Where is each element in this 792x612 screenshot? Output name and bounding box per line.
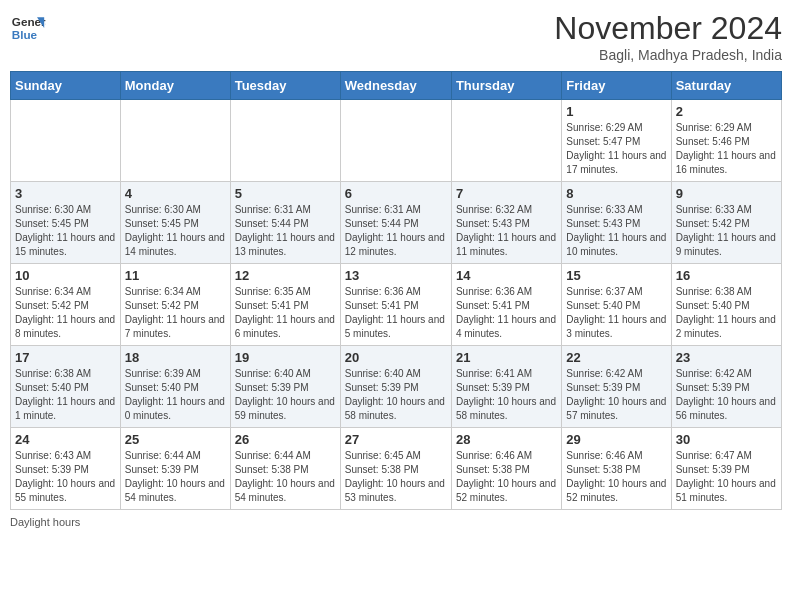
calendar-cell: 24Sunrise: 6:43 AM Sunset: 5:39 PM Dayli…	[11, 428, 121, 510]
calendar-cell: 3Sunrise: 6:30 AM Sunset: 5:45 PM Daylig…	[11, 182, 121, 264]
cell-day-number: 6	[345, 186, 447, 201]
calendar-cell: 9Sunrise: 6:33 AM Sunset: 5:42 PM Daylig…	[671, 182, 781, 264]
cell-day-number: 30	[676, 432, 777, 447]
cell-info: Sunrise: 6:38 AM Sunset: 5:40 PM Dayligh…	[676, 285, 777, 341]
calendar-cell: 6Sunrise: 6:31 AM Sunset: 5:44 PM Daylig…	[340, 182, 451, 264]
day-header-friday: Friday	[562, 72, 671, 100]
cell-info: Sunrise: 6:34 AM Sunset: 5:42 PM Dayligh…	[125, 285, 226, 341]
cell-day-number: 1	[566, 104, 666, 119]
title-area: November 2024 Bagli, Madhya Pradesh, Ind…	[554, 10, 782, 63]
cell-info: Sunrise: 6:42 AM Sunset: 5:39 PM Dayligh…	[566, 367, 666, 423]
calendar-cell: 5Sunrise: 6:31 AM Sunset: 5:44 PM Daylig…	[230, 182, 340, 264]
cell-info: Sunrise: 6:44 AM Sunset: 5:38 PM Dayligh…	[235, 449, 336, 505]
cell-day-number: 2	[676, 104, 777, 119]
cell-info: Sunrise: 6:40 AM Sunset: 5:39 PM Dayligh…	[235, 367, 336, 423]
cell-info: Sunrise: 6:29 AM Sunset: 5:47 PM Dayligh…	[566, 121, 666, 177]
cell-info: Sunrise: 6:30 AM Sunset: 5:45 PM Dayligh…	[15, 203, 116, 259]
calendar-cell: 11Sunrise: 6:34 AM Sunset: 5:42 PM Dayli…	[120, 264, 230, 346]
cell-info: Sunrise: 6:42 AM Sunset: 5:39 PM Dayligh…	[676, 367, 777, 423]
cell-day-number: 11	[125, 268, 226, 283]
cell-info: Sunrise: 6:39 AM Sunset: 5:40 PM Dayligh…	[125, 367, 226, 423]
day-header-saturday: Saturday	[671, 72, 781, 100]
week-row-1: 3Sunrise: 6:30 AM Sunset: 5:45 PM Daylig…	[11, 182, 782, 264]
cell-day-number: 28	[456, 432, 557, 447]
calendar-cell: 20Sunrise: 6:40 AM Sunset: 5:39 PM Dayli…	[340, 346, 451, 428]
cell-info: Sunrise: 6:45 AM Sunset: 5:38 PM Dayligh…	[345, 449, 447, 505]
cell-day-number: 9	[676, 186, 777, 201]
cell-day-number: 23	[676, 350, 777, 365]
cell-info: Sunrise: 6:47 AM Sunset: 5:39 PM Dayligh…	[676, 449, 777, 505]
cell-day-number: 12	[235, 268, 336, 283]
day-header-sunday: Sunday	[11, 72, 121, 100]
cell-info: Sunrise: 6:30 AM Sunset: 5:45 PM Dayligh…	[125, 203, 226, 259]
week-row-0: 1Sunrise: 6:29 AM Sunset: 5:47 PM Daylig…	[11, 100, 782, 182]
week-row-4: 24Sunrise: 6:43 AM Sunset: 5:39 PM Dayli…	[11, 428, 782, 510]
cell-day-number: 4	[125, 186, 226, 201]
cell-day-number: 3	[15, 186, 116, 201]
calendar-cell: 1Sunrise: 6:29 AM Sunset: 5:47 PM Daylig…	[562, 100, 671, 182]
cell-info: Sunrise: 6:37 AM Sunset: 5:40 PM Dayligh…	[566, 285, 666, 341]
calendar-cell: 4Sunrise: 6:30 AM Sunset: 5:45 PM Daylig…	[120, 182, 230, 264]
cell-day-number: 19	[235, 350, 336, 365]
calendar-cell: 27Sunrise: 6:45 AM Sunset: 5:38 PM Dayli…	[340, 428, 451, 510]
cell-info: Sunrise: 6:36 AM Sunset: 5:41 PM Dayligh…	[456, 285, 557, 341]
calendar-cell: 26Sunrise: 6:44 AM Sunset: 5:38 PM Dayli…	[230, 428, 340, 510]
calendar-cell: 21Sunrise: 6:41 AM Sunset: 5:39 PM Dayli…	[451, 346, 561, 428]
calendar-cell: 19Sunrise: 6:40 AM Sunset: 5:39 PM Dayli…	[230, 346, 340, 428]
cell-day-number: 26	[235, 432, 336, 447]
cell-day-number: 22	[566, 350, 666, 365]
day-header-tuesday: Tuesday	[230, 72, 340, 100]
footer-note: Daylight hours	[10, 516, 782, 528]
header: General Blue November 2024 Bagli, Madhya…	[10, 10, 782, 63]
cell-info: Sunrise: 6:31 AM Sunset: 5:44 PM Dayligh…	[235, 203, 336, 259]
logo: General Blue	[10, 10, 46, 46]
calendar-cell	[230, 100, 340, 182]
day-header-monday: Monday	[120, 72, 230, 100]
cell-day-number: 27	[345, 432, 447, 447]
cell-day-number: 7	[456, 186, 557, 201]
cell-info: Sunrise: 6:38 AM Sunset: 5:40 PM Dayligh…	[15, 367, 116, 423]
calendar-cell: 10Sunrise: 6:34 AM Sunset: 5:42 PM Dayli…	[11, 264, 121, 346]
calendar-cell	[451, 100, 561, 182]
cell-day-number: 5	[235, 186, 336, 201]
cell-day-number: 25	[125, 432, 226, 447]
cell-info: Sunrise: 6:36 AM Sunset: 5:41 PM Dayligh…	[345, 285, 447, 341]
calendar-cell: 25Sunrise: 6:44 AM Sunset: 5:39 PM Dayli…	[120, 428, 230, 510]
day-header-thursday: Thursday	[451, 72, 561, 100]
cell-info: Sunrise: 6:34 AM Sunset: 5:42 PM Dayligh…	[15, 285, 116, 341]
cell-info: Sunrise: 6:43 AM Sunset: 5:39 PM Dayligh…	[15, 449, 116, 505]
cell-day-number: 13	[345, 268, 447, 283]
calendar-cell: 17Sunrise: 6:38 AM Sunset: 5:40 PM Dayli…	[11, 346, 121, 428]
calendar-cell: 13Sunrise: 6:36 AM Sunset: 5:41 PM Dayli…	[340, 264, 451, 346]
calendar-cell: 2Sunrise: 6:29 AM Sunset: 5:46 PM Daylig…	[671, 100, 781, 182]
calendar-cell: 23Sunrise: 6:42 AM Sunset: 5:39 PM Dayli…	[671, 346, 781, 428]
cell-day-number: 8	[566, 186, 666, 201]
calendar-cell: 12Sunrise: 6:35 AM Sunset: 5:41 PM Dayli…	[230, 264, 340, 346]
cell-info: Sunrise: 6:33 AM Sunset: 5:42 PM Dayligh…	[676, 203, 777, 259]
cell-info: Sunrise: 6:32 AM Sunset: 5:43 PM Dayligh…	[456, 203, 557, 259]
cell-info: Sunrise: 6:29 AM Sunset: 5:46 PM Dayligh…	[676, 121, 777, 177]
cell-info: Sunrise: 6:41 AM Sunset: 5:39 PM Dayligh…	[456, 367, 557, 423]
calendar-cell: 15Sunrise: 6:37 AM Sunset: 5:40 PM Dayli…	[562, 264, 671, 346]
cell-info: Sunrise: 6:46 AM Sunset: 5:38 PM Dayligh…	[566, 449, 666, 505]
cell-info: Sunrise: 6:40 AM Sunset: 5:39 PM Dayligh…	[345, 367, 447, 423]
cell-day-number: 15	[566, 268, 666, 283]
calendar-cell: 29Sunrise: 6:46 AM Sunset: 5:38 PM Dayli…	[562, 428, 671, 510]
day-header-wednesday: Wednesday	[340, 72, 451, 100]
cell-day-number: 16	[676, 268, 777, 283]
cell-day-number: 10	[15, 268, 116, 283]
calendar-table: SundayMondayTuesdayWednesdayThursdayFrid…	[10, 71, 782, 510]
cell-info: Sunrise: 6:33 AM Sunset: 5:43 PM Dayligh…	[566, 203, 666, 259]
cell-day-number: 17	[15, 350, 116, 365]
week-row-3: 17Sunrise: 6:38 AM Sunset: 5:40 PM Dayli…	[11, 346, 782, 428]
calendar-cell	[120, 100, 230, 182]
calendar-cell: 28Sunrise: 6:46 AM Sunset: 5:38 PM Dayli…	[451, 428, 561, 510]
calendar-cell: 18Sunrise: 6:39 AM Sunset: 5:40 PM Dayli…	[120, 346, 230, 428]
calendar-cell: 7Sunrise: 6:32 AM Sunset: 5:43 PM Daylig…	[451, 182, 561, 264]
svg-text:Blue: Blue	[12, 28, 38, 41]
calendar-cell: 16Sunrise: 6:38 AM Sunset: 5:40 PM Dayli…	[671, 264, 781, 346]
calendar-cell	[340, 100, 451, 182]
subtitle: Bagli, Madhya Pradesh, India	[554, 47, 782, 63]
calendar-cell: 30Sunrise: 6:47 AM Sunset: 5:39 PM Dayli…	[671, 428, 781, 510]
logo-icon: General Blue	[10, 10, 46, 46]
